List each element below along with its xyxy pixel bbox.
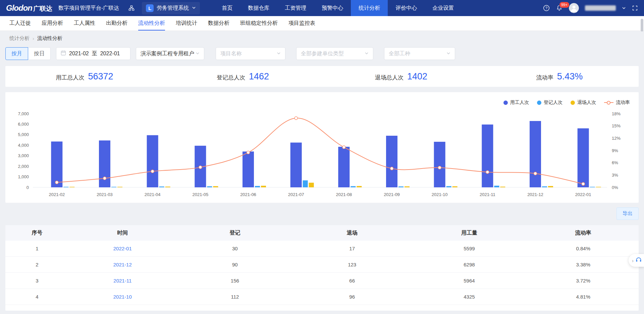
breadcrumb-separator: › <box>33 36 34 41</box>
help-icon[interactable]: ? <box>543 5 550 11</box>
header-registered: 登记 <box>176 230 293 237</box>
svg-text:2021-12: 2021-12 <box>527 192 543 197</box>
org-structure-icon[interactable] <box>128 5 135 11</box>
collapse-arrow-icon[interactable]: › <box>632 258 634 263</box>
tenant-select[interactable]: 演示案例工程专用租户 <box>136 47 204 60</box>
svg-text:2021-10: 2021-10 <box>432 192 448 197</box>
stat-total-exited: 退场总人次1402 <box>322 71 480 82</box>
legend-labor[interactable]: 用工人次 <box>503 100 529 106</box>
svg-text:0%: 0% <box>612 185 618 190</box>
stats-bar: 用工总人次56372登记总人次1462退场总人次1402流动率5.43% <box>5 66 639 87</box>
tab-mobility-analysis[interactable]: 流动性分析 <box>138 16 165 30</box>
project-select-placeholder: 项目名称 <box>220 50 242 57</box>
tab-attendance-analysis[interactable]: 出勤分析 <box>106 16 127 30</box>
stat-label: 用工总人次 <box>56 74 84 81</box>
cell-exited: 17 <box>293 246 411 251</box>
stat-label: 流动率 <box>536 74 553 81</box>
legend-registered[interactable]: 登记人次 <box>537 100 562 106</box>
nav-item-statistics-analysis[interactable]: 统计分析 <box>351 0 388 16</box>
svg-text:3%: 3% <box>612 173 618 178</box>
chart-card: 用工人次登记人次退场人次流动率 01,0002,0003,0004,0005,0… <box>5 92 639 203</box>
legend-rate[interactable]: 流动率 <box>604 100 630 106</box>
cell-time[interactable]: 2022-01 <box>69 246 176 251</box>
analysis-tabs: 工人迁徙应用分析工人属性出勤分析流动性分析培训统计数据分析班组稳定性分析项目监控… <box>0 16 644 31</box>
filter-bar: 按月 按日 2021-02 至 2022-01 演示案例工程专用租户 项目名称 … <box>0 43 644 63</box>
headset-icon[interactable] <box>635 256 642 264</box>
table-row: 32021-111566659643.72% <box>5 273 639 289</box>
export-button[interactable]: 导出 <box>616 207 639 220</box>
system-selector[interactable]: L 劳务管理系统 <box>142 2 200 14</box>
glodon-logo: Glodon 广联达 <box>6 3 52 13</box>
date-end: 2022-01 <box>100 51 120 57</box>
nav-item-data-warehouse[interactable]: 数据仓库 <box>240 0 277 16</box>
date-start: 2021-02 <box>69 51 89 57</box>
stat-total-labor: 用工总人次56372 <box>5 71 164 82</box>
user-menu-chevron-icon[interactable] <box>622 6 626 10</box>
cell-rate: 4.81% <box>528 294 639 300</box>
tab-project-monitor[interactable]: 项目监控表 <box>288 16 315 30</box>
fullscreen-icon[interactable] <box>632 5 638 11</box>
unit-type-select[interactable]: 全部参建单位类型 <box>296 47 373 60</box>
cell-time[interactable]: 2021-12 <box>69 262 176 267</box>
legend-dot <box>571 101 575 105</box>
by-day-button[interactable]: 按日 <box>28 47 51 60</box>
by-month-button[interactable]: 按月 <box>5 47 28 60</box>
cell-index: 4 <box>5 294 69 300</box>
svg-text:12%: 12% <box>612 136 621 141</box>
svg-text:2021-09: 2021-09 <box>384 192 400 197</box>
main-nav: 首页数据仓库工资管理预警中心统计分析评价中心企业设置 <box>214 0 462 16</box>
platform-title: 数字项目管理平台-广联达 <box>58 5 119 12</box>
notification-bell-icon[interactable]: 99+ <box>556 5 563 12</box>
tab-team-stability[interactable]: 班组稳定性分析 <box>240 16 278 30</box>
legend-exited[interactable]: 退场人次 <box>571 100 596 106</box>
scrollbar-thumb[interactable] <box>641 19 643 32</box>
breadcrumb-parent[interactable]: 统计分析 <box>9 35 30 42</box>
service-widget[interactable]: › <box>629 254 644 267</box>
nav-item-warning-center[interactable]: 预警中心 <box>314 0 351 16</box>
svg-text:2022-01: 2022-01 <box>575 192 591 197</box>
tab-worker-migration[interactable]: 工人迁徙 <box>9 16 31 30</box>
table-body: 12022-01301755990.84%22021-129012362983.… <box>5 241 639 305</box>
export-row: 导出 <box>5 207 639 220</box>
nav-item-evaluation-center[interactable]: 评价中心 <box>388 0 425 16</box>
nav-item-home[interactable]: 首页 <box>214 0 240 16</box>
legend-dot <box>503 101 508 105</box>
worker-type-select[interactable]: 全部工种 <box>384 47 455 60</box>
header-labor: 用工量 <box>411 230 528 237</box>
date-range-picker[interactable]: 2021-02 至 2022-01 <box>56 47 130 60</box>
tab-app-analysis[interactable]: 应用分析 <box>42 16 63 30</box>
cell-time[interactable]: 2021-10 <box>69 294 176 300</box>
svg-text:1,000: 1,000 <box>18 174 29 179</box>
svg-text:2021-06: 2021-06 <box>240 192 256 197</box>
system-name: 劳务管理系统 <box>157 5 189 12</box>
stat-flow-rate: 流动率5.43% <box>480 71 639 82</box>
chevron-down-icon <box>196 51 200 57</box>
cell-exited: 123 <box>293 262 411 267</box>
cell-registered: 112 <box>176 294 293 300</box>
svg-text:4,000: 4,000 <box>18 143 29 148</box>
chevron-down-icon <box>446 51 450 57</box>
calendar-icon <box>61 50 66 57</box>
tab-worker-attributes[interactable]: 工人属性 <box>74 16 95 30</box>
legend-label: 流动率 <box>616 100 630 106</box>
tab-data-analysis[interactable]: 数据分析 <box>208 16 229 30</box>
project-select[interactable]: 项目名称 <box>216 47 285 60</box>
flow-chart-svg: 01,0002,0003,0004,0005,0006,0007,0000%3%… <box>12 109 632 199</box>
worker-type-placeholder: 全部工种 <box>389 50 410 57</box>
tab-training-stats[interactable]: 培训统计 <box>176 16 197 30</box>
avatar[interactable] <box>569 3 579 13</box>
table-row: 22021-129012362983.38% <box>5 257 639 273</box>
table-row: 42021-101129643254.81% <box>5 289 639 305</box>
legend-label: 登记人次 <box>544 100 562 106</box>
svg-text:2021-07: 2021-07 <box>288 192 304 197</box>
stat-value: 1462 <box>249 71 269 82</box>
table-header: 序号时间登记退场用工量流动率 <box>5 225 639 241</box>
cell-index: 1 <box>5 246 69 251</box>
cell-time[interactable]: 2021-11 <box>69 278 176 284</box>
nav-item-enterprise-settings[interactable]: 企业设置 <box>425 0 462 16</box>
navbar-right: ? 99+ <box>543 3 638 13</box>
nav-item-salary-management[interactable]: 工资管理 <box>277 0 314 16</box>
svg-text:18%: 18% <box>612 111 621 116</box>
svg-text:3,000: 3,000 <box>18 153 29 158</box>
date-separator: 至 <box>92 50 97 57</box>
